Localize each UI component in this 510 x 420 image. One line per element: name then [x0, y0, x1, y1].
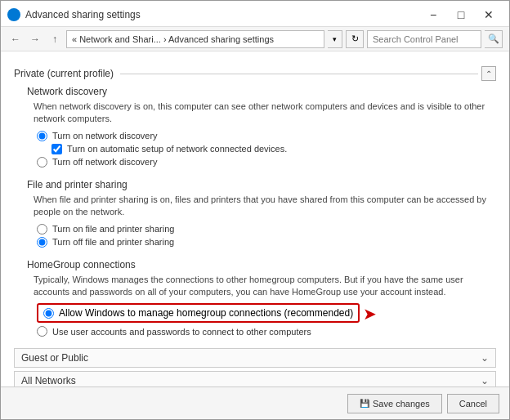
save-button[interactable]: 💾 Save changes: [347, 394, 442, 413]
cancel-button[interactable]: Cancel: [447, 394, 499, 413]
title-bar-controls: − □ ✕: [419, 4, 503, 25]
back-button[interactable]: ←: [7, 31, 24, 47]
file-sharing-title: File and printer sharing: [14, 179, 496, 190]
save-icon: 💾: [360, 399, 369, 408]
hg-use-label[interactable]: Use user accounts and passwords to conne…: [52, 327, 311, 337]
window-icon: [7, 8, 20, 21]
nd-auto-option: Turn on automatic setup of network conne…: [37, 144, 496, 154]
nd-off-label[interactable]: Turn off network discovery: [52, 157, 157, 167]
nd-on-option: Turn on network discovery: [37, 131, 496, 141]
address-bar: ← → ↑ « Network and Shari... › Advanced …: [1, 27, 509, 51]
title-bar-left: Advanced sharing settings: [7, 8, 141, 21]
private-section-header: Private (current profile) ⌃: [14, 66, 496, 81]
fs-on-option: Turn on file and printer sharing: [37, 224, 496, 235]
guest-chevron-icon: ⌄: [481, 352, 489, 364]
network-discovery-title: Network discovery: [14, 86, 496, 97]
address-dropdown[interactable]: ▾: [328, 30, 342, 48]
network-discovery-desc: When network discovery is on, this compu…: [14, 101, 496, 126]
homegroup-title: HomeGroup connections: [14, 259, 496, 270]
separator1: [14, 171, 496, 176]
homegroup-options: Allow Windows to manage homegroup connec…: [14, 303, 496, 337]
address-path[interactable]: « Network and Shari... › Advanced sharin…: [66, 30, 324, 48]
fs-off-radio[interactable]: [37, 237, 47, 248]
fs-on-radio[interactable]: [37, 224, 47, 235]
file-sharing-desc: When file and printer sharing is on, fil…: [14, 194, 496, 219]
search-input[interactable]: [367, 30, 481, 48]
guest-section-label: Guest or Public: [21, 352, 481, 364]
nd-auto-label[interactable]: Turn on automatic setup of network conne…: [67, 144, 287, 154]
main-window: Advanced sharing settings − □ ✕ ← → ↑ « …: [0, 0, 510, 420]
up-button[interactable]: ↑: [47, 31, 63, 47]
refresh-button[interactable]: ↻: [346, 30, 364, 48]
private-section-label: Private (current profile): [14, 68, 114, 79]
private-section-line: [120, 74, 478, 74]
forward-button[interactable]: →: [27, 31, 43, 47]
private-collapse-button[interactable]: ⌃: [481, 66, 496, 81]
save-label: Save changes: [373, 399, 430, 409]
address-path-text: « Network and Shari... › Advanced sharin…: [72, 34, 274, 44]
red-arrow-icon: ➤: [363, 304, 377, 324]
homegroup-desc: Typically, Windows manages the connectio…: [14, 274, 496, 299]
fs-on-label[interactable]: Turn on file and printer sharing: [52, 224, 174, 234]
all-networks-chevron-icon: ⌄: [481, 375, 489, 386]
nd-on-label[interactable]: Turn on network discovery: [52, 131, 158, 141]
separator3: [14, 340, 496, 345]
footer: 💾 Save changes Cancel: [1, 386, 509, 419]
window-title: Advanced sharing settings: [25, 9, 141, 20]
minimize-button[interactable]: −: [419, 4, 447, 25]
collapse-icon: ⌃: [485, 69, 492, 78]
separator2: [14, 251, 496, 256]
file-sharing-options: Turn on file and printer sharing Turn of…: [14, 224, 496, 248]
fs-off-option: Turn off file and printer sharing: [37, 237, 496, 248]
nd-off-option: Turn off network discovery: [37, 157, 496, 168]
hg-allow-radio[interactable]: [43, 308, 54, 319]
title-bar: Advanced sharing settings − □ ✕: [1, 1, 509, 27]
fs-off-label[interactable]: Turn off file and printer sharing: [52, 237, 174, 247]
network-discovery-options: Turn on network discovery Turn on automa…: [14, 131, 496, 168]
hg-allow-label[interactable]: Allow Windows to manage homegroup connec…: [59, 307, 353, 319]
content-area: Private (current profile) ⌃ Network disc…: [1, 51, 509, 386]
search-icon[interactable]: 🔍: [485, 30, 503, 48]
hg-use-radio[interactable]: [37, 326, 47, 337]
maximize-button[interactable]: □: [447, 4, 475, 25]
all-networks-section[interactable]: All Networks ⌄: [14, 371, 496, 386]
nd-off-radio[interactable]: [37, 157, 47, 168]
cancel-label: Cancel: [459, 399, 487, 409]
hg-allow-highlight: Allow Windows to manage homegroup connec…: [37, 303, 360, 323]
nd-auto-checkbox[interactable]: [51, 144, 62, 154]
guest-section[interactable]: Guest or Public ⌄: [14, 348, 496, 368]
nd-on-radio[interactable]: [37, 131, 47, 141]
hg-allow-row: Allow Windows to manage homegroup connec…: [37, 303, 496, 324]
close-button[interactable]: ✕: [475, 4, 503, 25]
hg-use-option: Use user accounts and passwords to conne…: [37, 326, 496, 337]
all-networks-label: All Networks: [21, 375, 481, 386]
